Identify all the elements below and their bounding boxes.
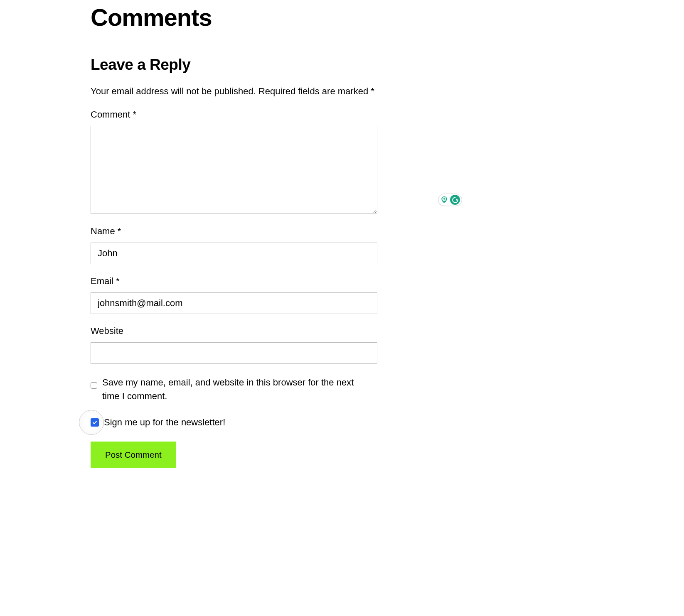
grammarly-icon bbox=[450, 195, 460, 205]
comment-label: Comment * bbox=[91, 109, 469, 120]
email-input[interactable] bbox=[91, 292, 377, 314]
newsletter-label: Sign me up for the newsletter! bbox=[104, 415, 225, 429]
reply-heading: Leave a Reply bbox=[91, 56, 469, 74]
post-comment-button[interactable]: Post Comment bbox=[91, 442, 176, 468]
required-fields-notice: Your email address will not be published… bbox=[91, 86, 469, 97]
save-info-checkbox[interactable] bbox=[91, 382, 97, 389]
email-label: Email * bbox=[91, 276, 469, 287]
page-title: Comments bbox=[91, 3, 469, 31]
checkmark-icon bbox=[92, 420, 98, 425]
newsletter-checkbox[interactable] bbox=[91, 418, 99, 427]
name-input[interactable] bbox=[91, 243, 377, 264]
svg-rect-0 bbox=[443, 202, 445, 203]
website-label: Website bbox=[91, 326, 469, 336]
grammarly-widget[interactable] bbox=[438, 194, 462, 206]
website-input[interactable] bbox=[91, 342, 377, 364]
bulb-icon bbox=[440, 196, 448, 204]
save-info-label: Save my name, email, and website in this… bbox=[102, 375, 368, 403]
name-label: Name * bbox=[91, 226, 469, 237]
comment-textarea[interactable] bbox=[91, 126, 377, 214]
